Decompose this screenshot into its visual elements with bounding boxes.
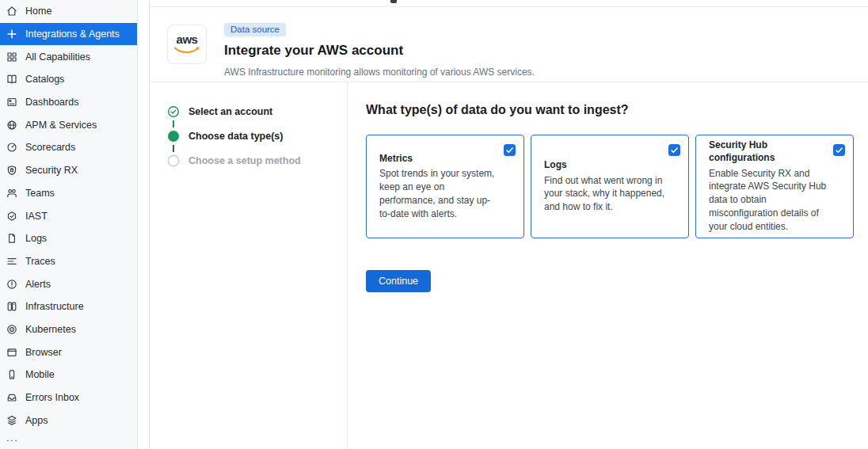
browser-window-icon (6, 346, 18, 359)
sidebar-item-traces[interactable]: Traces (0, 250, 137, 273)
sidebar-item-label: IAST (25, 211, 48, 222)
sidebar-item-label: Dashboards (25, 97, 78, 108)
traces-lines-icon (6, 255, 18, 268)
card-logs[interactable]: Logs Find out what went wrong in your st… (531, 135, 689, 238)
sidebar-item-security-rx[interactable]: Security RX (0, 159, 137, 182)
step-choose-setup-method: Choose a setup method (167, 154, 347, 167)
sidebar-item-label: Security RX (25, 165, 78, 176)
sidebar-item-teams[interactable]: Teams (0, 182, 137, 205)
step-complete-icon (167, 105, 180, 118)
step-connector (173, 120, 174, 127)
top-divider (150, 0, 868, 7)
check-icon (506, 147, 513, 154)
sidebar-item-dashboards[interactable]: Dashboards (0, 91, 137, 114)
card-description: Find out what went wrong in your stack, … (544, 174, 666, 214)
sidebar-item-alerts[interactable]: Alerts (0, 272, 137, 295)
page-subtitle: AWS Infrastructure monitoring allows mon… (224, 67, 535, 78)
sidebar-item-label: Home (25, 6, 51, 17)
logs-checkbox[interactable] (668, 144, 680, 156)
card-description: Enable Security RX and integrate AWS Sec… (709, 167, 831, 234)
sidebar-item-label: All Capabilities (25, 51, 90, 63)
globe-icon (6, 119, 18, 131)
sidebar-item-label: Traces (25, 256, 55, 267)
sidebar-item-apm-services[interactable]: APM & Services (0, 113, 137, 136)
check-icon (836, 147, 843, 154)
sidebar-item-label: Errors Inbox (25, 392, 79, 403)
sidebar: Home Integrations & Agents All Capabilit… (0, 0, 138, 449)
integration-header: aws Data source Integrate your AWS accou… (150, 7, 868, 82)
people-icon (6, 187, 18, 200)
continue-button[interactable]: Continue (366, 270, 431, 292)
sidebar-item-label: Browser (25, 347, 62, 358)
sidebar-item-label: Infrastructure (25, 301, 84, 312)
sidebar-item-browser[interactable]: Browser (0, 341, 137, 363)
plus-icon (6, 28, 18, 40)
check-icon (671, 147, 678, 154)
sidebar-item-all-capabilities[interactable]: All Capabilities (0, 45, 137, 68)
sidebar-item-label: Logs (25, 233, 47, 244)
step-label: Choose a setup method (188, 155, 301, 166)
sidebar-item-catalogs[interactable]: Catalogs (0, 68, 137, 91)
step-pending-icon (167, 154, 180, 167)
sidebar-item-label: Alerts (25, 279, 51, 290)
sidebar-item-mobile[interactable]: Mobile (0, 363, 137, 386)
sidebar-item-scorecards[interactable]: Scorecards (0, 136, 137, 159)
security-hub-checkbox[interactable] (833, 144, 845, 156)
metrics-checkbox[interactable] (504, 144, 516, 156)
sidebar-item-home[interactable]: Home (0, 0, 137, 23)
data-type-cards: Metrics Spot trends in your system, keep… (366, 135, 868, 238)
shield-lock-icon (6, 164, 18, 177)
book-icon (6, 73, 18, 86)
sidebar-item-label: Teams (25, 188, 55, 199)
card-title: Security Hub configurations (709, 139, 810, 164)
layers-icon (6, 414, 18, 427)
card-metrics[interactable]: Metrics Spot trends in your system, keep… (366, 135, 524, 238)
sidebar-item-iast[interactable]: IAST (0, 204, 137, 227)
page-title: Integrate your AWS account (224, 43, 535, 59)
setup-stepper: Select an account Choose data type(s) Ch… (150, 82, 348, 449)
sidebar-item-label: APM & Services (25, 120, 97, 131)
sidebar-item-label: Kubernetes (25, 324, 76, 335)
sidebar-item-logs[interactable]: Logs (0, 227, 137, 250)
step-connector (173, 145, 174, 152)
sidebar-item-label: Apps (25, 415, 48, 426)
hexagon-check-icon (6, 210, 18, 223)
inbox-icon (6, 391, 18, 404)
mobile-phone-icon (6, 368, 18, 381)
step-active-icon (167, 130, 180, 143)
alert-circle-icon (6, 278, 18, 291)
question-heading: What type(s) of data do you want to inge… (366, 103, 868, 117)
card-title: Logs (544, 159, 645, 172)
card-title: Metrics (379, 153, 481, 166)
grid-icon (6, 51, 18, 63)
aws-smile-icon (173, 47, 200, 55)
sidebar-item-label: Mobile (25, 369, 55, 380)
step-choose-data-types: Choose data type(s) (167, 130, 347, 143)
hosts-icon (6, 300, 18, 313)
card-description: Spot trends in your system, keep an eye … (379, 167, 501, 220)
data-type-section: What type(s) of data do you want to inge… (348, 82, 868, 449)
aws-logo-text: aws (177, 33, 198, 45)
step-select-account: Select an account (167, 105, 347, 118)
cropped-top-toolbar-fragment (390, 0, 397, 3)
gauge-icon (6, 141, 18, 154)
sidebar-item-infrastructure[interactable]: Infrastructure (0, 295, 137, 318)
aws-logo: aws (167, 25, 207, 64)
step-label: Select an account (188, 106, 272, 117)
sidebar-item-label: Integrations & Agents (25, 29, 120, 40)
sidebar-item-kubernetes[interactable]: Kubernetes (0, 318, 137, 341)
card-security-hub[interactable]: Security Hub configurations Enable Secur… (695, 135, 854, 238)
data-source-badge: Data source (224, 23, 286, 36)
document-icon (6, 232, 18, 245)
sidebar-item-errors-inbox[interactable]: Errors Inbox (0, 386, 137, 409)
sidebar-item-label: Scorecards (25, 142, 75, 153)
dashboard-icon (6, 96, 18, 108)
sidebar-item-apps[interactable]: Apps (0, 409, 137, 432)
step-label: Choose data type(s) (188, 131, 283, 142)
sidebar-item-integrations-agents[interactable]: Integrations & Agents (0, 23, 137, 46)
sidebar-item-label: Catalogs (25, 74, 64, 85)
sidebar-overflow-menu[interactable]: ... (6, 434, 137, 442)
home-icon (6, 5, 18, 17)
main-panel: aws Data source Integrate your AWS accou… (149, 0, 868, 449)
concentric-circles-icon (6, 323, 18, 336)
